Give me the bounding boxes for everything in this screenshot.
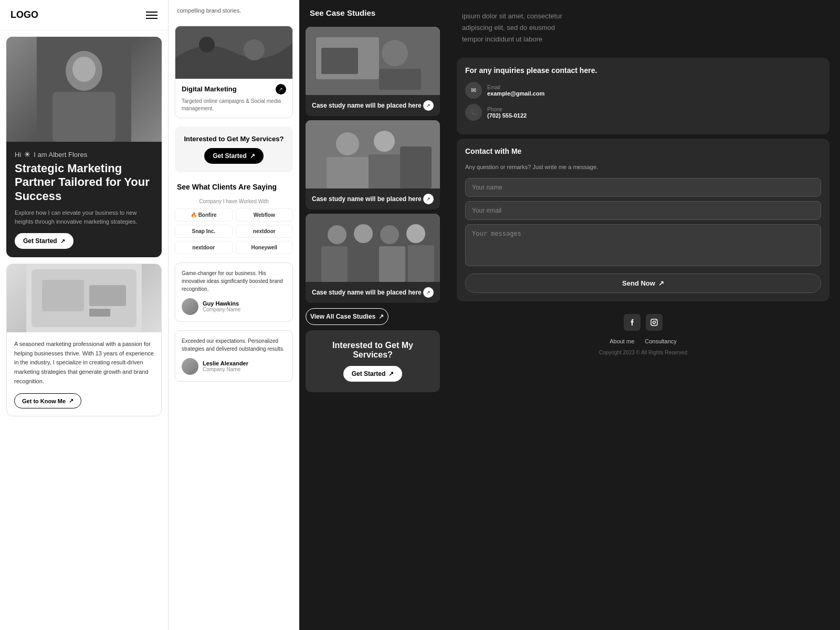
- client-logo-snap: Snap Inc.: [175, 225, 233, 238]
- case-arrow-3[interactable]: ↗: [423, 287, 434, 298]
- svg-rect-6: [42, 280, 84, 311]
- svg-rect-31: [408, 245, 434, 282]
- col1-header: LOGO: [0, 0, 168, 30]
- svg-rect-32: [651, 319, 657, 326]
- footer-links: About me Consultancy: [446, 335, 840, 348]
- svg-rect-30: [379, 246, 405, 282]
- author-name-1: Guy Hawkins: [203, 300, 240, 307]
- email-info: Email example@gmail.com: [487, 85, 544, 97]
- case-title-row-2: Case study name will be placed here ↗: [312, 194, 434, 204]
- send-button[interactable]: Send Now ↗: [465, 274, 821, 293]
- client-logo-bonfire: 🔥 Bonfire: [175, 208, 233, 222]
- email-value: example@gmail.com: [487, 90, 544, 97]
- author-company-1: Company Name: [203, 307, 240, 312]
- case-card-1: Case study name will be placed here ↗: [306, 27, 440, 116]
- view-all-button[interactable]: View All Case Studies ↗: [306, 308, 388, 325]
- email-icon: ✉: [465, 82, 482, 99]
- testimonial-quote-1: Game-changer for our business. His innov…: [182, 269, 286, 293]
- clients-section: Company I have Worked With 🔥 Bonfire Web…: [169, 194, 299, 258]
- svg-point-18: [336, 132, 359, 155]
- svg-point-25: [354, 224, 373, 243]
- about-image: [7, 264, 161, 332]
- email-row: ✉ Email example@gmail.com: [465, 82, 821, 99]
- client-logo-nextdoor1: nextdoor: [236, 225, 293, 238]
- phone-label: Phone: [487, 107, 527, 112]
- star-icon: ✳: [24, 150, 30, 159]
- case-title-3: Case study name will be placed here: [312, 289, 422, 296]
- contact-form-box: Contact with Me Any question or remarks?…: [457, 139, 830, 301]
- svg-point-11: [244, 39, 265, 60]
- contact-form-title: Contact with Me: [465, 147, 821, 155]
- testimonial-author-1: Guy Hawkins Company Name: [182, 298, 286, 315]
- svg-rect-29: [352, 245, 378, 282]
- interested-cta-button[interactable]: Get Started ↗: [204, 148, 264, 164]
- facebook-icon[interactable]: [624, 314, 640, 331]
- testimonial-card-2: Exceeded our expectations. Personalized …: [175, 330, 293, 382]
- service-arrow-button[interactable]: ↗: [276, 84, 286, 94]
- clients-label: Company I have Worked With: [175, 198, 293, 204]
- svg-rect-7: [89, 285, 126, 306]
- svg-point-10: [199, 37, 215, 52]
- case-title-row-1: Case study name will be placed here ↗: [312, 100, 434, 111]
- svg-rect-2: [52, 92, 116, 142]
- contact-col4: ipsum dolor sit amet, consectetur adipis…: [446, 0, 840, 630]
- interested-box: Interested to Get My Services? Get Start…: [175, 127, 293, 172]
- svg-point-3: [72, 57, 96, 82]
- arrow-icon: ↗: [69, 397, 74, 404]
- email-label: Email: [487, 85, 544, 90]
- service-card: Digital Marketing ↗ Targeted online camp…: [175, 26, 293, 118]
- client-logo-honeywell: Honeywell: [236, 241, 293, 254]
- hero-cta-button[interactable]: Get Started ↗: [15, 233, 74, 249]
- case-studies-header: See Case Studies: [299, 0, 446, 23]
- hamburger-menu[interactable]: [146, 12, 158, 19]
- contact-form-description: Any question or remarks? Just write me a…: [465, 163, 821, 172]
- case-title-1: Case study name will be placed here: [312, 102, 422, 109]
- services-testimonials-col2: compelling brand stories. Digital Market…: [168, 0, 299, 630]
- hero-card: Hi ✳ I am Albert Flores Strategic Market…: [6, 37, 162, 257]
- testimonial-author-2: Leslie Alexander Company Name: [182, 358, 286, 375]
- col2-top-text: compelling brand stories.: [169, 0, 299, 22]
- arrow-icon: ↗: [388, 370, 394, 377]
- testimonial-quote-2: Exceeded our expectations. Personalized …: [182, 337, 286, 353]
- author-name-2: Leslie Alexander: [203, 360, 248, 366]
- hero-greeting: Hi ✳ I am Albert Flores: [15, 150, 153, 159]
- case-title-row-3: Case study name will be placed here ↗: [312, 287, 434, 298]
- arrow-icon: ↗: [379, 313, 384, 320]
- name-input[interactable]: [465, 178, 821, 197]
- case-image-2: [306, 120, 440, 188]
- author-avatar-1: [182, 298, 198, 315]
- logo: LOGO: [10, 9, 38, 20]
- message-textarea[interactable]: [465, 224, 821, 266]
- arrow-icon: ↗: [60, 238, 65, 245]
- svg-rect-16: [321, 48, 358, 74]
- mobile-preview-col1: LOGO Hi ✳ I am Albert Flores Strategic M…: [0, 0, 168, 630]
- phone-info: Phone (702) 555-0122: [487, 107, 527, 119]
- interested-dark-title: Interested to Get My Services?: [316, 341, 429, 360]
- hero-title: Strategic Marketing Partner Tailored for…: [15, 162, 153, 203]
- author-avatar-2: [182, 358, 198, 375]
- svg-point-14: [382, 40, 408, 66]
- svg-rect-15: [379, 69, 421, 90]
- svg-point-34: [656, 320, 656, 321]
- footer-copyright: Copyright 2023 © All Rights Reserved: [446, 348, 840, 362]
- case-arrow-1[interactable]: ↗: [423, 100, 434, 111]
- svg-point-24: [328, 225, 346, 244]
- email-input[interactable]: [465, 201, 821, 220]
- case-body-2: Case study name will be placed here ↗: [306, 188, 440, 209]
- svg-rect-20: [327, 157, 369, 188]
- arrow-icon: ↗: [250, 152, 255, 160]
- hero-content: Hi ✳ I am Albert Flores Strategic Market…: [6, 142, 162, 257]
- consultancy-link[interactable]: Consultancy: [645, 338, 677, 344]
- service-description: Targeted online campaigns & Social media…: [182, 98, 286, 112]
- case-body-1: Case study name will be placed here ↗: [306, 95, 440, 116]
- svg-rect-28: [321, 246, 348, 282]
- svg-point-19: [374, 131, 395, 152]
- testimonial-card-1: Game-changer for our business. His innov…: [175, 262, 293, 322]
- interested-dark-cta-button[interactable]: Get Started ↗: [343, 366, 403, 382]
- service-title-row: Digital Marketing ↗: [182, 84, 286, 94]
- instagram-icon[interactable]: [646, 314, 663, 331]
- about-cta-button[interactable]: Get to Know Me ↗: [14, 393, 81, 408]
- about-link[interactable]: About me: [610, 338, 634, 344]
- hero-image: [6, 37, 162, 142]
- case-arrow-2[interactable]: ↗: [423, 194, 434, 204]
